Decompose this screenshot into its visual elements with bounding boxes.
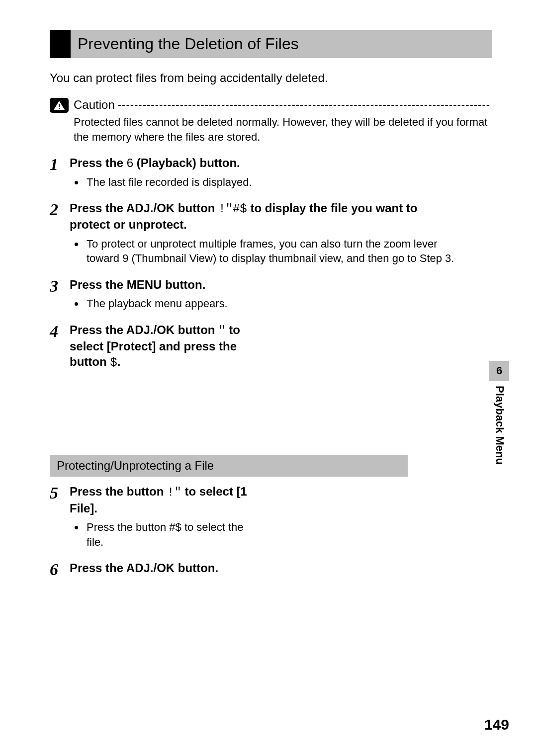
step-6: 6 Press the ADJ./OK button. <box>50 560 408 578</box>
step-number: 5 <box>50 484 70 502</box>
step-title: Press the ADJ./OK button !"#$ to display… <box>70 200 457 232</box>
side-tab-label: Playback Menu <box>489 385 506 465</box>
step-number: 1 <box>50 155 70 173</box>
bullet: The playback menu appears. <box>85 296 457 311</box>
step-bullets: Press the button #$ to select the file. <box>70 520 259 549</box>
page-number: 149 <box>484 716 509 733</box>
caution-heading: Caution --------------------------------… <box>74 98 492 112</box>
caution-block: Caution --------------------------------… <box>50 98 492 144</box>
step-5: 5 Press the button !" to select [1 File]… <box>50 484 408 558</box>
step-number: 4 <box>50 322 70 340</box>
caution-label: Caution <box>74 98 118 112</box>
step-bullets: The playback menu appears. <box>70 296 457 311</box>
svg-rect-1 <box>59 108 60 109</box>
step-1: 1 Press the 6 (Playback) button. The las… <box>50 155 457 198</box>
step-title: Press the ADJ./OK button. <box>70 560 408 576</box>
step-title: Press the MENU button. <box>70 277 457 292</box>
caution-body: Protected files cannot be deleted normal… <box>74 115 492 144</box>
step-2: 2 Press the ADJ./OK button !"#$ to displ… <box>50 200 457 275</box>
step-title: Press the 6 (Playback) button. <box>70 155 457 170</box>
step-bullets: The last file recorded is displayed. <box>70 175 457 190</box>
steps-list-upper: 1 Press the 6 (Playback) button. The las… <box>50 155 457 370</box>
section-title: Preventing the Deletion of Files <box>50 30 492 58</box>
bullet: Press the button #$ to select the file. <box>85 520 259 549</box>
step-number: 3 <box>50 277 70 295</box>
bullet: To protect or unprotect multiple frames,… <box>85 237 457 266</box>
caution-icon <box>50 98 69 113</box>
step-title: Press the ADJ./OK button " to select [Pr… <box>70 322 259 371</box>
step-bullets: To protect or unprotect multiple frames,… <box>70 237 457 266</box>
side-tab-number: 6 <box>489 361 509 381</box>
svg-rect-0 <box>59 104 60 107</box>
step-3: 3 Press the MENU button. The playback me… <box>50 277 457 320</box>
side-tab: 6 Playback Menu <box>489 361 509 465</box>
step-title: Press the button !" to select [1 File]. <box>70 484 259 515</box>
intro-text: You can protect files from being acciden… <box>50 71 492 85</box>
caution-dashes: ----------------------------------------… <box>118 98 490 111</box>
steps-list-lower: 5 Press the button !" to select [1 File]… <box>50 484 408 578</box>
step-number: 2 <box>50 200 70 218</box>
step-number: 6 <box>50 560 70 578</box>
sub-section-title: Protecting/Unprotecting a File <box>50 455 408 477</box>
manual-page: Preventing the Deletion of Files You can… <box>0 0 537 756</box>
bullet: The last file recorded is displayed. <box>85 175 457 190</box>
step-4: 4 Press the ADJ./OK button " to select [… <box>50 322 457 371</box>
